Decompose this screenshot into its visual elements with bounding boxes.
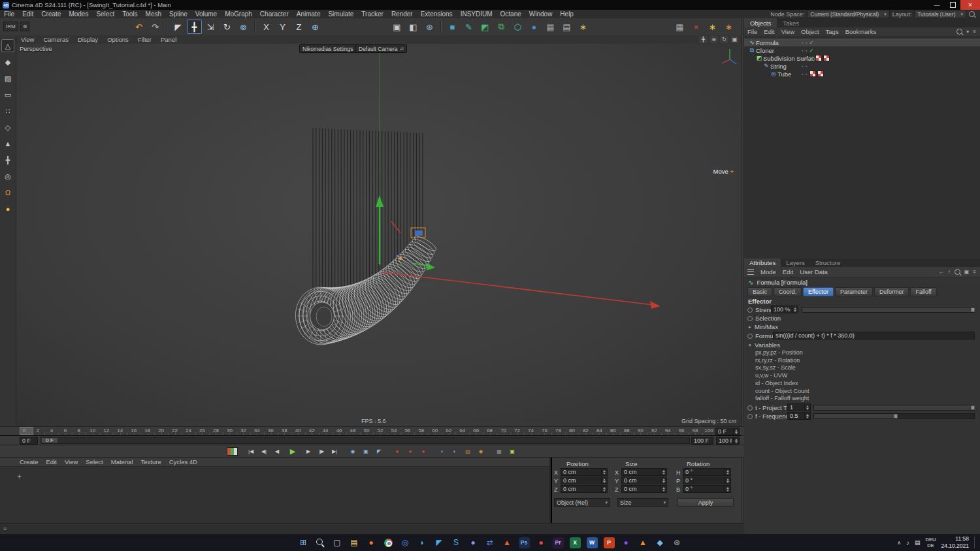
visibility-dots[interactable]: ● ● [802, 41, 808, 44]
word-icon[interactable]: W [584, 535, 600, 550]
chrome-icon[interactable] [380, 535, 396, 550]
tab-basic[interactable]: Basic [747, 287, 772, 296]
plugin-grid-icon[interactable]: ▦ [672, 20, 687, 34]
menu-icon[interactable]: ≡ [973, 269, 976, 275]
spinner[interactable] [725, 486, 730, 492]
visibility-dots[interactable]: ● ● [802, 72, 808, 76]
range-track[interactable]: 0 F [41, 437, 690, 444]
volume-icon[interactable]: ♪ [906, 539, 909, 546]
strength-field[interactable]: 100 % [771, 306, 798, 313]
keyframe-dot-icon[interactable] [747, 414, 753, 419]
material-menu-edit[interactable]: Edit [42, 458, 61, 465]
spinner[interactable] [661, 486, 666, 492]
keyframe-dot-icon[interactable] [747, 334, 753, 339]
task-view-button[interactable]: ▢ [329, 535, 345, 550]
timeline-ruler[interactable]: 0 F 024681012141618202224262830323436384… [0, 426, 744, 435]
camera-tool-icon[interactable]: ▤ [559, 20, 574, 34]
current-frame-field[interactable]: 0 F [715, 428, 740, 435]
tab-coord[interactable]: Coord. [774, 287, 802, 296]
spinner[interactable] [733, 437, 739, 444]
viewport-menu-view[interactable]: View [16, 36, 39, 43]
objects-menu-view[interactable]: View [778, 28, 798, 35]
spinner[interactable] [601, 486, 607, 492]
clock[interactable]: 11:58 24.10.2021 [941, 535, 969, 549]
add-material-button[interactable]: + [17, 472, 22, 481]
material-menu-create[interactable]: Create [16, 458, 42, 465]
spinner[interactable] [725, 477, 730, 484]
slider-handle[interactable] [894, 414, 898, 418]
spinner[interactable] [725, 469, 730, 475]
tree-item-string[interactable]: ✎String● ● [744, 62, 980, 70]
model-mode-icon[interactable]: ◆ [1, 55, 14, 69]
camera-chip[interactable]: Default Camera⇄ [355, 44, 407, 53]
make-editable-icon[interactable]: △ [1, 39, 14, 52]
photoshop-icon[interactable]: Ps [516, 535, 532, 550]
node-space-dropdown[interactable]: Current (Standard/Physical)▾ [807, 10, 889, 18]
render-settings-chip[interactable]: Nikomedias Settings● [299, 44, 362, 53]
tree-item-formula[interactable]: ∿Formula● ●✓ [744, 39, 980, 46]
maximize-button[interactable] [945, 0, 960, 10]
minmax-row[interactable]: ▸ Min/Max [744, 323, 977, 331]
menu-spline[interactable]: Spline [165, 10, 191, 18]
telegram-icon[interactable]: ◤ [431, 535, 447, 550]
start-button[interactable]: ⊞ [295, 535, 311, 550]
scale-icon[interactable]: ⇲ [203, 20, 218, 34]
rotate-view-icon[interactable]: ↻ [720, 36, 728, 43]
next-frame-button[interactable]: ▶ [302, 447, 314, 456]
texture-tag-icon[interactable] [823, 55, 830, 61]
material-menu-material[interactable]: Material [107, 458, 137, 465]
vlc-icon[interactable]: ▲ [635, 535, 651, 550]
lock-icon[interactable]: ▣ [964, 269, 970, 275]
keyboard-icon[interactable]: ▤ [915, 539, 921, 546]
max-frame-field[interactable]: 100 F [716, 437, 740, 445]
menu-extensions[interactable]: Extensions [417, 10, 457, 18]
key-position-button[interactable]: ● [391, 447, 403, 456]
collapsed-caret-icon[interactable]: ▸ [749, 323, 751, 331]
render-settings-icon[interactable]: ⊛ [422, 20, 437, 34]
menu-window[interactable]: Window [525, 10, 557, 18]
search-button[interactable] [312, 535, 328, 550]
tab-objects[interactable]: Objects [744, 18, 777, 27]
variables-row[interactable]: ▾ Variables [744, 341, 977, 349]
render-pv-icon[interactable]: ◧ [406, 20, 421, 34]
apply-button[interactable]: Apply [678, 498, 734, 507]
preview-range-icon[interactable]: ▣ [506, 447, 518, 456]
viewport-menu-options[interactable]: Options [103, 36, 133, 43]
keyframe-dot-icon[interactable] [747, 405, 753, 411]
goto-end-button[interactable]: ▶| [329, 447, 340, 456]
menu-file[interactable]: File [0, 10, 18, 18]
workplane-icon[interactable]: ▭ [1, 88, 14, 101]
pan-view-icon[interactable]: ╋ [699, 36, 708, 43]
solo-mode-icon[interactable]: ◎ [1, 170, 14, 183]
last-tool-icon[interactable]: ⊚ [236, 20, 251, 34]
irm-button[interactable]: IRM [3, 22, 18, 31]
plugin-orange-icon[interactable]: ∗ [721, 20, 736, 34]
coord-position-y-field[interactable]: 0 cm [561, 477, 608, 484]
spinner[interactable] [804, 404, 810, 411]
move-icon[interactable]: ╋ [187, 20, 202, 34]
up-arrow-icon[interactable]: ↑ [948, 269, 951, 275]
premiere-icon[interactable]: Pr [550, 535, 566, 550]
viewport-menu-display[interactable]: Display [73, 36, 103, 43]
generators-icon[interactable]: ◩ [478, 20, 493, 34]
coord-size-x-field[interactable]: 0 cm [621, 468, 667, 476]
layout-dropdown[interactable]: Tutorials (User)▾ [914, 10, 966, 18]
coord-rotation-h-field[interactable]: 0 ° [683, 468, 731, 476]
opera-icon[interactable]: ● [533, 535, 549, 550]
enabled-check-icon[interactable]: ✓ [809, 47, 814, 54]
plugin-yellow-icon[interactable]: ∗ [705, 20, 720, 34]
material-menu-cycles-4d[interactable]: Cycles 4D [165, 458, 201, 465]
enabled-check-icon[interactable]: ✓ [809, 39, 814, 46]
record-selection-button[interactable]: ◤ [373, 447, 385, 456]
menu-edit[interactable]: Edit [18, 10, 37, 18]
key-rotation-button[interactable]: ● [417, 447, 429, 456]
visibility-dots[interactable]: ● ● [802, 65, 808, 68]
menu-character[interactable]: Character [256, 10, 293, 18]
bodypaint-icon[interactable]: ● [1, 202, 14, 215]
material-menu-view[interactable]: View [61, 458, 82, 465]
menu-create[interactable]: Create [37, 10, 65, 18]
menu-simulate[interactable]: Simulate [324, 10, 357, 18]
brave-icon[interactable]: ▲ [499, 535, 515, 550]
filter-icon[interactable]: ▾ [966, 29, 969, 35]
tab-falloff[interactable]: Falloff [910, 287, 936, 296]
